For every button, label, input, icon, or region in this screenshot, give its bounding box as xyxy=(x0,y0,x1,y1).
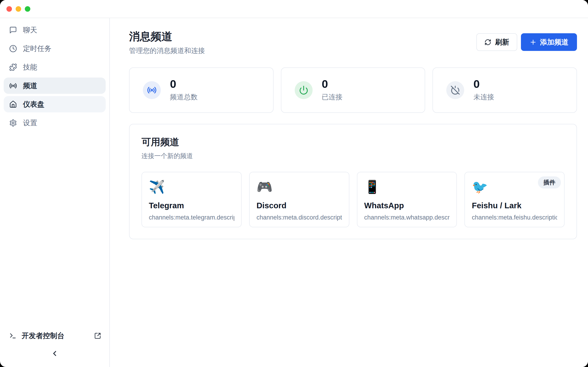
telegram-airplane-emoji-icon: ✈️ xyxy=(149,180,234,194)
channel-name: WhatsApp xyxy=(364,201,450,210)
plugin-badge: 插件 xyxy=(538,176,561,189)
channel-card-discord[interactable]: 🎮 Discord channels:meta.discord.descript… xyxy=(249,172,349,227)
traffic-lights xyxy=(6,6,30,12)
power-icon xyxy=(299,85,309,95)
stat-value: 0 xyxy=(473,78,494,90)
whatsapp-phone-emoji-icon: 📱 xyxy=(364,180,450,194)
chat-icon xyxy=(9,26,17,34)
add-channel-button[interactable]: 添加频道 xyxy=(521,33,577,51)
page-header: 消息频道 管理您的消息频道和连接 刷新 添加频道 xyxy=(129,31,577,56)
close-button[interactable] xyxy=(6,6,12,12)
available-channels-title: 可用频道 xyxy=(141,136,565,148)
available-channels-subtitle: 连接一个新的频道 xyxy=(141,152,565,160)
plus-icon xyxy=(529,39,537,46)
app-body: 聊天 定时任务 技能 频道 仪表盘 设置 xyxy=(0,18,588,367)
sidebar-item-label: 设置 xyxy=(23,118,37,128)
external-link-icon xyxy=(94,332,101,339)
titlebar xyxy=(0,0,588,18)
stat-label: 已连接 xyxy=(322,92,342,102)
power-off-icon xyxy=(450,85,460,95)
stat-text: 0 未连接 xyxy=(473,78,494,102)
stat-card-connected: 0 已连接 xyxy=(281,67,425,113)
main-content: 消息频道 管理您的消息频道和连接 刷新 添加频道 xyxy=(110,18,588,367)
sidebar-item-label: 仪表盘 xyxy=(23,100,44,109)
sidebar-item-dashboard[interactable]: 仪表盘 xyxy=(4,96,106,112)
page-title: 消息频道 xyxy=(129,31,205,42)
sidebar-collapse-row xyxy=(4,344,106,367)
terminal-icon xyxy=(9,332,17,340)
radio-icon xyxy=(9,82,17,90)
discord-gamepad-emoji-icon: 🎮 xyxy=(257,180,342,194)
app-window: 聊天 定时任务 技能 频道 仪表盘 设置 xyxy=(0,0,588,367)
developer-console-link[interactable]: 开发者控制台 xyxy=(4,327,106,344)
stat-card-disconnected: 0 未连接 xyxy=(432,67,577,113)
channel-name: Telegram xyxy=(149,201,234,210)
chevron-left-icon[interactable] xyxy=(51,349,59,358)
stat-bubble xyxy=(446,81,464,99)
sidebar: 聊天 定时任务 技能 频道 仪表盘 设置 xyxy=(0,18,110,367)
stat-bubble xyxy=(295,81,313,99)
channel-card-telegram[interactable]: ✈️ Telegram channels:meta.telegram.descr… xyxy=(141,172,242,227)
developer-console-label: 开发者控制台 xyxy=(22,331,89,341)
stat-value: 0 xyxy=(322,78,342,90)
channel-grid: ✈️ Telegram channels:meta.telegram.descr… xyxy=(141,172,565,227)
header-actions: 刷新 添加频道 xyxy=(476,33,577,51)
stats-row: 0 频道总数 0 已连接 xyxy=(129,67,577,113)
channel-card-feishu[interactable]: 插件 🐦 Feishu / Lark channels:meta.feishu.… xyxy=(464,172,565,227)
page-header-text: 消息频道 管理您的消息频道和连接 xyxy=(129,31,205,56)
stat-text: 0 已连接 xyxy=(322,78,342,102)
refresh-button[interactable]: 刷新 xyxy=(476,33,517,51)
sidebar-item-label: 定时任务 xyxy=(23,44,52,53)
sidebar-item-settings[interactable]: 设置 xyxy=(4,115,106,131)
sidebar-item-channels[interactable]: 频道 xyxy=(4,77,106,94)
channel-name: Feishu / Lark xyxy=(472,201,557,210)
page-subtitle: 管理您的消息频道和连接 xyxy=(129,46,205,56)
sidebar-item-label: 技能 xyxy=(23,62,37,72)
sidebar-item-scheduled-tasks[interactable]: 定时任务 xyxy=(4,40,106,57)
channel-description: channels:meta.telegram.description xyxy=(149,214,234,221)
minimize-button[interactable] xyxy=(16,6,21,12)
home-icon xyxy=(9,100,17,108)
channel-description: channels:meta.whatsapp.description xyxy=(364,214,450,221)
available-channels-card: 可用频道 连接一个新的频道 ✈️ Telegram channels:meta.… xyxy=(129,124,577,239)
sidebar-item-label: 频道 xyxy=(23,81,37,91)
stat-label: 频道总数 xyxy=(170,92,198,102)
sidebar-item-skills[interactable]: 技能 xyxy=(4,59,106,75)
channel-description: channels:meta.feishu.description xyxy=(472,214,557,221)
stat-label: 未连接 xyxy=(473,92,494,102)
channel-description: channels:meta.discord.description xyxy=(257,214,342,221)
stat-bubble xyxy=(143,81,161,99)
sidebar-spacer xyxy=(4,133,106,327)
puzzle-icon xyxy=(9,63,17,71)
clock-icon xyxy=(9,45,17,52)
refresh-button-label: 刷新 xyxy=(495,37,509,47)
zoom-button[interactable] xyxy=(25,6,30,12)
gear-icon xyxy=(9,119,17,127)
sidebar-item-chat[interactable]: 聊天 xyxy=(4,22,106,38)
stat-text: 0 频道总数 xyxy=(170,78,198,102)
stat-card-total-channels: 0 频道总数 xyxy=(129,67,274,113)
add-channel-button-label: 添加频道 xyxy=(540,37,569,47)
stat-value: 0 xyxy=(170,78,198,90)
refresh-icon xyxy=(484,39,491,46)
sidebar-item-label: 聊天 xyxy=(23,25,37,35)
radio-icon xyxy=(147,85,157,95)
channel-card-whatsapp[interactable]: 📱 WhatsApp channels:meta.whatsapp.descri… xyxy=(357,172,457,227)
channel-name: Discord xyxy=(257,201,342,210)
